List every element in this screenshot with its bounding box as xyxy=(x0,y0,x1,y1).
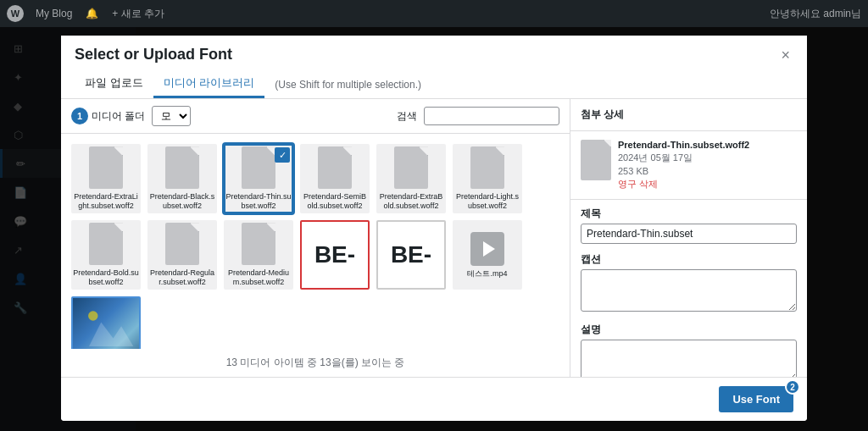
file-icon xyxy=(89,146,123,189)
toolbar-left: 1 미디어 폴더 모 xyxy=(71,106,191,126)
media-item-light[interactable]: Pretendard-Light.subset.woff2 xyxy=(453,144,522,213)
media-item-label: Pretendard-Light.subset.woff2 xyxy=(454,192,520,211)
media-item-medium[interactable]: Pretendard-Medium.subset.woff2 xyxy=(224,220,293,290)
wp-logo: W xyxy=(7,5,24,22)
media-item-bold[interactable]: Pretendard-Bold.subset.woff2 xyxy=(71,220,141,290)
field-group-description: 설명 xyxy=(581,323,797,377)
media-grid-inner: Pretendard-ExtraLight.subset.woff2 Prete… xyxy=(71,144,559,349)
tab-file-upload[interactable]: 파일 업로드 xyxy=(75,70,153,98)
attachment-fields: 제목 캡션 설명 파일 URL xyxy=(570,200,807,377)
media-item-extralight[interactable]: Pretendard-ExtraLight.subset.woff2 xyxy=(71,144,141,213)
admin-bar: W My Blog 🔔 + 새로 추가 안녕하세요 admin님 xyxy=(0,0,868,27)
attachment-size: 253 KB xyxy=(618,166,797,176)
attachment-preview: Pretendard-Thin.subset.woff2 2024년 05월 1… xyxy=(570,131,807,200)
image-preview xyxy=(73,298,139,349)
file-icon xyxy=(165,223,199,265)
admin-bar-new-post[interactable]: + 새로 추가 xyxy=(107,7,170,21)
search-input[interactable] xyxy=(424,107,559,125)
media-item-label: Pretendard-SemiBold.subset.woff2 xyxy=(302,192,368,211)
file-icon xyxy=(242,223,275,265)
shift-hint: (Use Shift for multiple selection.) xyxy=(264,74,431,96)
modal-title: Select or Upload Font xyxy=(75,46,232,64)
folder-label: 미디어 폴더 xyxy=(92,109,145,124)
media-item-image[interactable] xyxy=(71,296,141,349)
field-label-caption: 캡션 xyxy=(581,252,797,267)
admin-bar-left: W My Blog 🔔 + 새로 추가 xyxy=(7,5,170,22)
field-label-title: 제목 xyxy=(581,207,797,221)
modal-close-button[interactable]: × xyxy=(777,47,793,63)
toolbar-search: 검색 xyxy=(397,107,559,125)
use-font-badge: 2 xyxy=(785,379,800,395)
media-toolbar: 1 미디어 폴더 모 검색 xyxy=(61,99,570,134)
file-icon xyxy=(89,223,123,265)
use-font-button[interactable]: Use Font 2 xyxy=(719,386,793,412)
file-icon xyxy=(165,146,199,189)
be-text: BE- xyxy=(314,241,355,268)
modal-overlay: Select or Upload Font × 파일 업로드 미디어 라이브러리… xyxy=(0,27,868,431)
use-font-label: Use Font xyxy=(732,393,780,406)
media-item-black[interactable]: Pretendard-Black.subset.woff2 xyxy=(147,144,217,213)
media-item-label: 테스트.mp4 xyxy=(467,269,507,279)
attachment-info: Pretendard-Thin.subset.woff2 2024년 05월 1… xyxy=(618,140,797,191)
media-item-be-preview[interactable]: BE- xyxy=(300,220,370,290)
attachment-header: 첨부 상세 xyxy=(570,99,807,131)
attachment-sidebar: 첨부 상세 Pretendard-Thin.subset.woff2 2024년… xyxy=(570,99,807,377)
field-textarea-caption[interactable] xyxy=(581,269,797,312)
media-item-label: Pretendard-Black.subset.woff2 xyxy=(149,192,215,211)
file-icon xyxy=(242,146,275,189)
media-item-label: Pretendard-Bold.subset.woff2 xyxy=(73,268,139,287)
modal-body: 1 미디어 폴더 모 검색 xyxy=(61,99,807,377)
media-item-label: Pretendard-ExtraBold.subset.woff2 xyxy=(378,192,444,211)
media-grid: Pretendard-ExtraLight.subset.woff2 Prete… xyxy=(61,134,570,349)
file-icon xyxy=(470,146,504,189)
media-item-extrabold[interactable]: Pretendard-ExtraBold.subset.woff2 xyxy=(376,144,446,213)
delete-link[interactable]: 영구 삭제 xyxy=(618,178,797,191)
attachment-date: 2024년 05월 17일 xyxy=(618,152,797,164)
toolbar-badge-1: 1 xyxy=(71,108,88,124)
field-textarea-description[interactable] xyxy=(581,340,797,377)
admin-bar-bell[interactable]: 🔔 xyxy=(81,8,103,19)
video-icon xyxy=(470,232,504,266)
media-item-video[interactable]: 테스트.mp4 xyxy=(453,220,522,290)
attachment-thumbnail xyxy=(581,140,611,180)
media-item-label: Pretendard-Regular.subset.woff2 xyxy=(149,268,215,287)
svg-point-2 xyxy=(88,311,97,320)
file-icon xyxy=(318,146,352,189)
media-item-label: Pretendard-ExtraLight.subset.woff2 xyxy=(73,192,139,211)
modal-footer: Use Font 2 xyxy=(61,377,807,421)
media-item-be2[interactable]: BE- xyxy=(376,220,446,290)
modal: Select or Upload Font × 파일 업로드 미디어 라이브러리… xyxy=(61,36,807,421)
modal-content-area: 1 미디어 폴더 모 검색 xyxy=(61,99,570,377)
folder-filter[interactable]: 모 xyxy=(152,106,191,126)
media-item-thin[interactable]: Pretendard-Thin.subset.woff2 xyxy=(224,144,293,213)
modal-header: Select or Upload Font × 파일 업로드 미디어 라이브러리… xyxy=(61,36,807,99)
media-item-label: Pretendard-Thin.subset.woff2 xyxy=(225,192,292,211)
media-item-label: Pretendard-Medium.subset.woff2 xyxy=(225,268,292,287)
media-count: 13 미디어 아이템 중 13을(를) 보이는 중 xyxy=(61,349,570,377)
play-icon xyxy=(483,241,495,257)
be-text-2: BE- xyxy=(391,241,431,268)
attachment-filename: Pretendard-Thin.subset.woff2 xyxy=(618,140,797,150)
admin-bar-greeting: 안녕하세요 admin님 xyxy=(770,7,861,21)
media-item-semibold[interactable]: Pretendard-SemiBold.subset.woff2 xyxy=(300,144,370,213)
media-item-regular[interactable]: Pretendard-Regular.subset.woff2 xyxy=(147,220,217,290)
modal-tabs: 파일 업로드 미디어 라이브러리 xyxy=(75,70,264,98)
main-layout: ⊞ ✦ ◆ ⬡ ✏ 📄 💬 ↗ 👤 🔧 Select or Upload Fon… xyxy=(0,27,868,431)
field-input-title[interactable] xyxy=(581,224,797,244)
search-label: 검색 xyxy=(397,110,417,122)
field-label-description: 설명 xyxy=(581,323,797,337)
field-group-caption: 캡션 xyxy=(581,252,797,314)
file-icon xyxy=(394,146,428,189)
admin-bar-myblog[interactable]: My Blog xyxy=(31,8,77,19)
field-group-title: 제목 xyxy=(581,207,797,244)
tab-media-library[interactable]: 미디어 라이브러리 xyxy=(153,70,265,98)
modal-title-row: Select or Upload Font × xyxy=(75,46,793,64)
